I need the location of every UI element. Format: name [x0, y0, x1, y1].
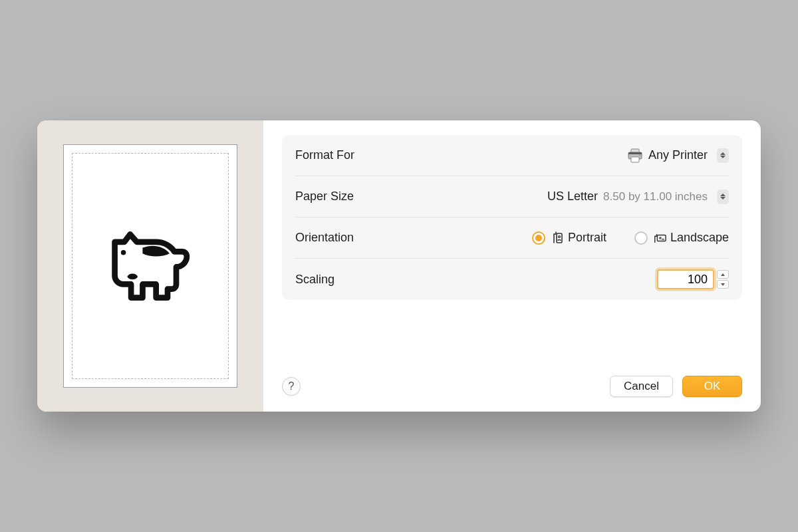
- orientation-landscape-label: Landscape: [670, 231, 729, 245]
- page-setup-dialog: Format For Any Printer: [37, 120, 761, 412]
- scaling-step-down-button[interactable]: [717, 280, 729, 289]
- paper-size-value: US Letter: [547, 190, 598, 203]
- ok-button[interactable]: OK: [682, 376, 742, 397]
- printer-icon: [627, 148, 643, 163]
- svg-rect-3: [628, 152, 642, 154]
- svg-point-0: [121, 250, 126, 255]
- orientation-row: Orientation Portrait: [295, 217, 729, 259]
- landscape-icon: [653, 231, 666, 245]
- radio-selected-icon: [532, 231, 545, 245]
- preview-pane: [37, 120, 263, 412]
- format-for-label: Format For: [295, 148, 354, 162]
- orientation-portrait-radio[interactable]: Portrait: [532, 231, 606, 245]
- settings-card: Format For Any Printer: [282, 135, 742, 300]
- paper-size-dimensions: 8.50 by 11.00 inches: [603, 190, 708, 203]
- paper-size-row: Paper Size US Letter 8.50 by 11.00 inche…: [295, 176, 729, 217]
- paper-size-popup[interactable]: US Letter 8.50 by 11.00 inches: [547, 190, 729, 204]
- help-button[interactable]: ?: [282, 377, 301, 396]
- scaling-row: Scaling: [295, 259, 729, 300]
- scaling-control: [657, 269, 729, 289]
- cancel-button[interactable]: Cancel: [610, 376, 673, 397]
- paper-size-label: Paper Size: [295, 190, 354, 203]
- screen-root: Format For Any Printer: [0, 0, 798, 532]
- format-for-value: Any Printer: [648, 148, 708, 162]
- format-for-row: Format For Any Printer: [295, 135, 729, 176]
- settings-content: Format For Any Printer: [263, 120, 761, 412]
- chevron-up-down-icon: [717, 190, 729, 204]
- radio-unselected-icon: [634, 231, 648, 245]
- scaling-input[interactable]: [657, 269, 714, 289]
- svg-rect-8: [657, 235, 666, 241]
- orientation-landscape-radio[interactable]: Landscape: [634, 231, 729, 245]
- page-preview: [63, 144, 237, 388]
- portrait-icon: [551, 231, 564, 245]
- svg-point-9: [660, 237, 661, 238]
- svg-rect-4: [631, 157, 639, 162]
- scaling-step-up-button[interactable]: [717, 270, 729, 279]
- svg-point-7: [558, 235, 560, 237]
- scaling-label: Scaling: [295, 273, 334, 287]
- orientation-label: Orientation: [295, 231, 354, 245]
- orientation-portrait-label: Portrait: [568, 231, 606, 245]
- svg-point-5: [639, 154, 640, 156]
- scaling-stepper: [717, 270, 729, 289]
- format-for-popup[interactable]: Any Printer: [627, 148, 729, 163]
- bottom-bar: ? Cancel OK: [282, 365, 742, 397]
- dog-icon: [100, 223, 200, 309]
- chevron-up-down-icon: [717, 148, 729, 163]
